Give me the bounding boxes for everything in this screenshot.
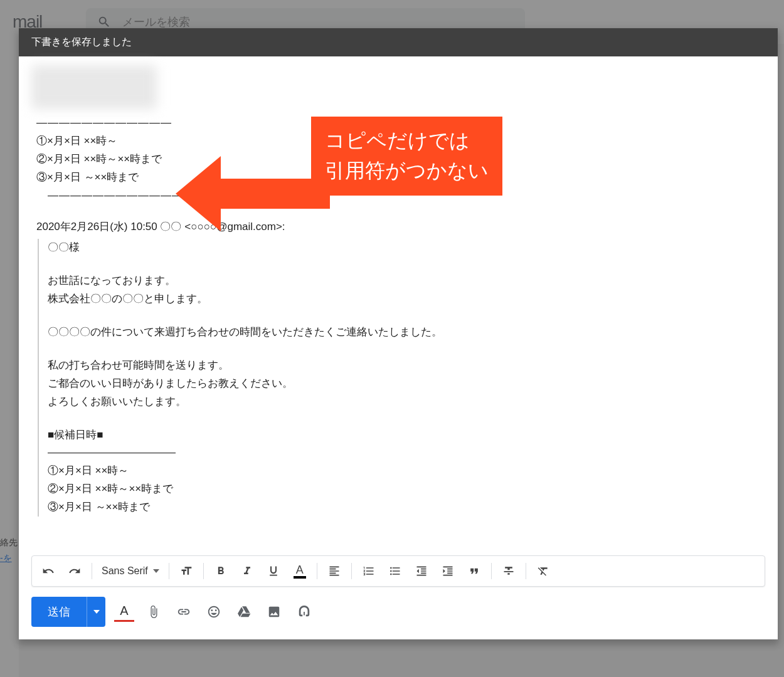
indent-more-button[interactable] <box>435 559 460 584</box>
insert-link-button[interactable] <box>173 601 194 622</box>
insert-photo-button[interactable] <box>263 601 285 622</box>
quoted-line: ①×月×日 ××時～ <box>48 462 765 480</box>
font-family-label: Sans Serif <box>102 565 148 577</box>
compose-actions: 送信 A <box>19 590 778 639</box>
chevron-down-icon <box>153 569 159 573</box>
strikethrough-button[interactable] <box>496 559 521 584</box>
quoted-line: ―――――――――――― <box>48 444 765 462</box>
sidebar-fragment-label: 絡先 <box>0 537 18 548</box>
redo-button[interactable] <box>62 559 87 584</box>
annotation-text: コピペだけでは 引用符がつかない <box>311 117 502 196</box>
text-color-button[interactable]: A <box>287 559 312 584</box>
italic-button[interactable] <box>235 559 260 584</box>
dialog-title: 下書きを保存しました <box>19 28 778 56</box>
reply-header: 2020年2月26日(水) 10:50 〇〇 <○○○○@gmail.com>: <box>36 218 765 236</box>
quoted-line: 私の打ち合わせ可能時間を送ります。 <box>48 357 765 375</box>
chevron-down-icon <box>93 610 100 614</box>
format-toolbar: Sans Serif A <box>31 555 765 587</box>
undo-button[interactable] <box>36 559 61 584</box>
search-placeholder: メールを検索 <box>122 14 190 29</box>
align-button[interactable] <box>322 559 347 584</box>
font-size-button[interactable] <box>174 559 199 584</box>
quote-button[interactable] <box>462 559 487 584</box>
quoted-line: 〇〇〇〇の件について来週打ち合わせの時間をいただきたくご連絡いたしました。 <box>48 323 765 342</box>
quoted-line: ご都合のいい日時がありましたらお教えください。 <box>48 375 765 393</box>
underline-button[interactable] <box>261 559 286 584</box>
formatting-toggle-button[interactable]: A <box>114 602 134 622</box>
send-button[interactable]: 送信 <box>31 597 87 627</box>
quoted-line: ③×月×日 ～××時まで <box>48 498 765 517</box>
insert-drive-button[interactable] <box>233 601 255 622</box>
bulleted-list-button[interactable] <box>383 559 408 584</box>
quoted-line: お世話になっております。 <box>48 272 765 290</box>
sidebar <box>0 44 19 677</box>
annotation-line: 引用符がつかない <box>325 155 489 186</box>
send-more-button[interactable] <box>87 597 105 627</box>
send-button-group: 送信 <box>31 597 105 627</box>
indent-less-button[interactable] <box>409 559 434 584</box>
font-family-picker[interactable]: Sans Serif <box>97 565 164 577</box>
attach-file-button[interactable] <box>143 601 164 622</box>
quoted-line: ■候補日時■ <box>48 426 765 444</box>
quoted-line: ②×月×日 ××時～××時まで <box>48 480 765 498</box>
quoted-line: 〇〇様 <box>48 239 765 257</box>
search-icon <box>97 15 111 29</box>
clear-formatting-button[interactable] <box>531 559 556 584</box>
quoted-line: よろしくお願いいたします。 <box>48 393 765 411</box>
insert-emoji-button[interactable] <box>203 601 225 622</box>
annotation-callout: コピペだけでは 引用符がつかない <box>194 117 502 196</box>
redacted-recipient <box>31 65 157 109</box>
numbered-list-button[interactable] <box>356 559 381 584</box>
bold-button[interactable] <box>208 559 233 584</box>
sidebar-fragment-link[interactable]: -を <box>0 553 12 564</box>
quoted-block: 〇〇様 お世話になっております。 株式会社〇〇の〇〇と申します。 〇〇〇〇の件に… <box>38 239 765 517</box>
annotation-line: コピペだけでは <box>325 125 489 155</box>
quoted-line: 株式会社〇〇の〇〇と申します。 <box>48 290 765 308</box>
confidential-mode-button[interactable] <box>294 601 315 622</box>
